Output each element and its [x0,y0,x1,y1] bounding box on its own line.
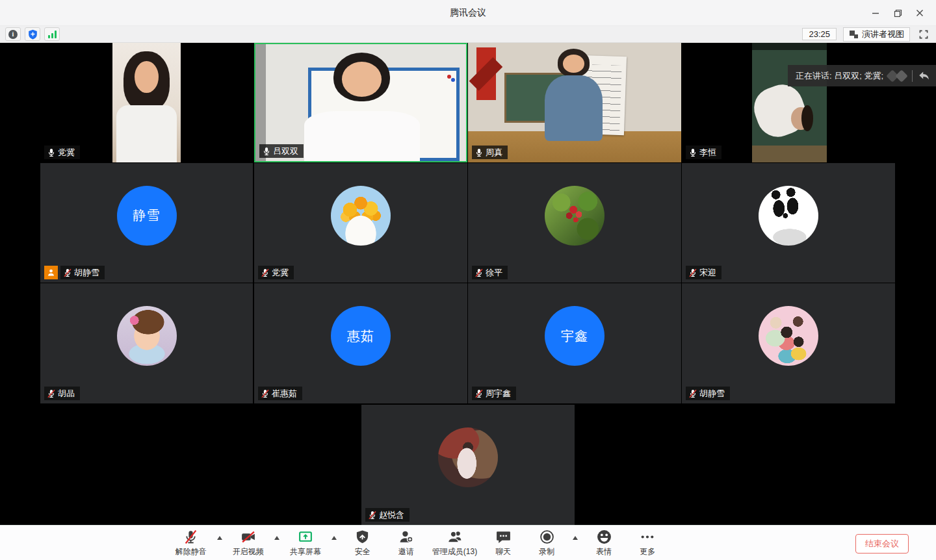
mic-on-icon [47,148,56,157]
video-feed [682,43,895,162]
video-feed [40,43,253,162]
share-options-caret[interactable] [332,536,337,540]
shield-plus-icon [28,29,38,40]
close-button[interactable] [909,0,931,26]
participant-avatar: 惠茹 [331,306,391,366]
participant-label: 胡静雪 [60,266,105,279]
mic-muted-icon [183,529,199,545]
mic-on-icon [474,148,484,157]
video-tile[interactable]: 静雪 胡静雪 [40,163,253,283]
status-right-group: 23:25 演讲者视图 [802,27,931,42]
mic-muted-icon [688,389,697,398]
restore-icon [894,9,902,18]
speaker-avatar-icon [895,70,908,83]
meeting-info-button[interactable]: i [5,27,21,41]
mic-muted-icon [47,389,56,398]
unmute-button[interactable]: 解除静音 [174,529,209,557]
banner-divider [912,70,913,82]
video-tile[interactable]: 胡晶 [40,283,253,403]
participant-label: 胡晶 [44,387,80,400]
chat-button[interactable]: 聊天 [486,529,521,557]
participant-avatar [759,186,818,246]
speaking-banner-text: 正在讲话: 吕双双; 党冀; [796,70,883,82]
window-controls [864,0,931,26]
video-tile[interactable]: 徐平 [468,163,681,283]
video-tile[interactable]: 周真 [468,43,681,162]
invite-person-icon [398,529,415,545]
video-tile[interactable]: 李恒 [682,43,895,162]
video-feed [255,44,466,161]
speaker-view-button[interactable]: 演讲者视图 [843,27,910,42]
mic-muted-icon [474,389,484,398]
security-shield-icon [355,529,370,545]
video-tile[interactable]: 惠茹 崔惠茹 [254,283,467,403]
video-tile[interactable]: 宋迎 [682,163,895,283]
video-tile[interactable]: 胡静雪 [682,283,895,403]
video-tile-active-speaker[interactable]: 吕双双 [254,43,467,162]
security-button[interactable]: 安全 [345,529,380,557]
meeting-toolbar: 解除静音 开启视频 共享屏幕 [0,525,936,560]
video-grid: 正在讲话: 吕双双; 党冀; 党冀 吕 [0,43,936,525]
share-screen-button[interactable]: 共享屏幕 [288,529,323,557]
speaking-banner: 正在讲话: 吕双双; 党冀; [788,65,936,86]
participant-avatar: 静雪 [117,186,177,246]
mic-muted-icon [688,268,697,277]
window-title: 腾讯会议 [450,7,486,19]
participant-label: 周真 [472,146,508,159]
video-tile[interactable]: 党冀 [40,43,253,162]
hand-raised-badge [44,266,58,279]
minimize-icon [872,9,879,17]
participant-label: 崔惠茹 [258,387,302,400]
mic-options-caret[interactable] [217,536,222,540]
participant-label: 党冀 [44,146,80,159]
emoji-button[interactable]: 表情 [586,529,621,557]
video-tile[interactable]: 宇鑫 周宇鑫 [468,283,681,403]
mic-muted-icon [261,268,270,277]
fullscreen-icon [918,29,929,40]
meeting-security-button[interactable] [25,27,40,41]
record-icon [539,529,555,545]
restore-button[interactable] [887,0,909,26]
record-options-caret[interactable] [573,536,578,540]
participant-label: 赵悦含 [365,508,410,522]
participant-avatar [545,186,604,246]
participant-avatar [438,427,498,487]
manage-members-button[interactable]: 管理成员(13) [432,529,477,557]
start-video-button[interactable]: 开启视频 [231,529,266,557]
video-tile[interactable]: 党冀 [254,163,467,283]
person-icon [47,268,55,277]
meeting-clock: 23:25 [802,28,837,40]
mic-on-icon [262,147,271,156]
participant-label: 党冀 [258,266,294,279]
end-meeting-button[interactable]: 结束会议 [855,534,909,554]
status-bar: i 23:25 演讲者视图 [0,26,936,43]
fullscreen-button[interactable] [916,27,931,42]
participant-label: 周宇鑫 [472,387,516,400]
video-feed [468,43,681,162]
participant-avatar [331,186,391,246]
mic-muted-icon [368,511,377,520]
close-icon [916,9,924,17]
camera-off-icon [240,529,257,545]
emoji-smile-icon [596,529,612,545]
collapse-banner-arrow-icon[interactable] [918,71,930,81]
participant-label: 李恒 [686,146,722,159]
record-button[interactable]: 录制 [529,529,564,557]
participant-label: 吕双双 [259,144,304,158]
mic-on-icon [688,148,697,157]
video-tile[interactable]: 赵悦含 [361,405,575,525]
mic-muted-icon [63,268,72,277]
chat-bubble-icon [495,529,512,545]
share-screen-icon [297,529,314,545]
participant-label: 胡静雪 [686,387,730,400]
participant-avatar [759,306,818,366]
info-icon: i [8,30,18,39]
mic-muted-icon [261,389,270,398]
invite-button[interactable]: 邀请 [389,529,424,557]
network-signal-button[interactable] [44,27,60,41]
signal-bars-icon [48,31,57,38]
video-options-caret[interactable] [274,536,280,540]
mic-muted-icon [474,268,484,277]
more-button[interactable]: 更多 [630,529,665,557]
minimize-button[interactable] [864,0,887,26]
